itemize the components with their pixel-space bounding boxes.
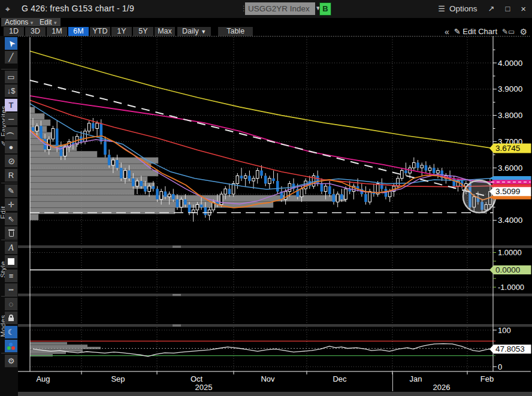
drawing-sidebar: ▼ ➤╱✎ Favorites▭↓$T─(●⊝REdit✎✛⇖StyleA≡┅M… (0, 36, 18, 396)
chart-toolbar: 1D3D1M6MYTD1Y5YMax Daily ▼ Table « ✎ Edi… (0, 27, 532, 36)
rsi-panel (30, 330, 493, 367)
annotate-icon[interactable]: ✎▭ (502, 28, 515, 36)
ellipse-icon: ● (9, 143, 14, 151)
tool-horizontal-line[interactable]: ─ (5, 113, 17, 125)
svg-text:Aug: Aug (36, 374, 50, 383)
rsi-value-badge: 47.8053 (489, 344, 531, 353)
range-button-1m[interactable]: 1M (47, 27, 67, 36)
select-plus-icon: ⇖ (8, 215, 14, 223)
popout-icon[interactable]: ↗ (488, 4, 494, 13)
price-note-icon: ↓$ (7, 87, 16, 95)
tool-select-plus[interactable]: ⇖ (5, 213, 17, 225)
tool-line-width[interactable]: ≡ (5, 270, 17, 282)
chart-settings-gear-icon[interactable]: ⚙ (519, 27, 527, 37)
move-icon: ✛ (8, 201, 14, 208)
svg-text:Sep: Sep (111, 374, 125, 383)
horizontal-line-icon: ─ (8, 115, 14, 123)
range-button-1d[interactable]: 1D (4, 27, 24, 36)
tool-pointer[interactable]: ➤ (5, 37, 17, 50)
svg-text:3.9000: 3.9000 (498, 84, 522, 93)
arc-icon: ( (7, 132, 15, 134)
panel-separator[interactable] (18, 246, 532, 249)
window-title: G 426: fresh G153 chart - 1/9 (22, 4, 134, 13)
svg-text:3.6745: 3.6745 (495, 144, 520, 153)
tool-trend-line[interactable]: ╱ (5, 51, 17, 64)
svg-text:1.0000: 1.0000 (498, 248, 522, 257)
font-icon: A (8, 244, 14, 252)
sidebar-section-divider (1, 353, 17, 353)
close-icon[interactable]: × (521, 4, 526, 14)
volume-profile (30, 107, 346, 220)
range-button-ytd[interactable]: YTD (90, 27, 110, 36)
tool-line-style[interactable]: ┅ (5, 283, 17, 296)
tool-draw-pencil[interactable]: ✎ (5, 185, 17, 197)
tool-text[interactable]: T (5, 99, 17, 111)
collapse-icon[interactable]: « (445, 27, 449, 37)
tool-segment[interactable]: ⊝ (5, 155, 17, 167)
tool-settings[interactable]: ⚙ (5, 355, 17, 367)
tool-lock[interactable] (5, 312, 17, 324)
sidebar-section-divider (1, 296, 17, 297)
svg-text:47.8053: 47.8053 (495, 344, 525, 353)
svg-text:2025: 2025 (195, 383, 213, 392)
panel-separator[interactable] (18, 324, 532, 327)
svg-text:Dec: Dec (332, 374, 347, 383)
svg-text:3.4000: 3.4000 (498, 216, 522, 225)
security-input[interactable]: USGG2YR Index (245, 2, 315, 15)
pointer-icon: ➤ (5, 38, 16, 49)
tool-price-note[interactable]: ↓$ (5, 84, 17, 97)
tool-delete[interactable] (5, 226, 17, 239)
maximize-icon[interactable]: □ (505, 4, 510, 13)
edit-menu[interactable]: Edit ▾ (36, 18, 61, 26)
range-button-6m[interactable]: 6M (68, 27, 89, 36)
tool-regression[interactable]: R (5, 169, 17, 182)
rsi-volume-profile (30, 342, 101, 356)
magenta-ma-badge (489, 180, 531, 184)
trend-line-icon: ╱ (9, 53, 14, 61)
tool-lasso[interactable]: ◌ (5, 298, 17, 310)
draw-pencil-icon: ✎ (8, 187, 14, 195)
chart-canvas[interactable]: 4.00003.90003.80003.70003.60003.50003.40… (0, 0, 532, 396)
tool-fill-color[interactable] (5, 255, 17, 268)
svg-text:100: 100 (498, 326, 511, 335)
options-button[interactable]: ☰ Options (438, 4, 477, 13)
oscillator-value-badge: 0.0000 (489, 265, 531, 274)
range-button-3d[interactable]: 3D (25, 27, 46, 36)
svg-text:3.6000: 3.6000 (498, 164, 522, 173)
actions-menu[interactable]: Actions ▾ (1, 18, 37, 26)
settings-icon: ⚙ (8, 357, 15, 365)
ma-long-yellow (30, 51, 493, 148)
svg-text:0.0000: 0.0000 (495, 265, 520, 274)
highlight-circle-annotation[interactable] (463, 180, 495, 213)
range-button-max[interactable]: Max (155, 27, 175, 36)
edit-chart-button[interactable]: ✎ Edit Chart (454, 27, 497, 36)
tool-crescent[interactable]: ☾ (5, 326, 17, 338)
sidebar-section-divider (1, 183, 17, 183)
tool-rgb-mode[interactable] (5, 340, 17, 352)
menu-bar: Actions ▾ Edit ▾ (0, 18, 532, 26)
last-price-badge: 3.5099 (489, 187, 531, 196)
range-button-1y[interactable]: 1Y (111, 27, 132, 36)
svg-text:Nov: Nov (261, 374, 275, 383)
line-style-icon: ┅ (9, 286, 14, 294)
sidebar-section-divider (1, 69, 17, 69)
blue-ma-badge (489, 176, 531, 180)
period-select[interactable]: Daily ▼ (177, 27, 211, 36)
panel-compass-icon[interactable]: ⌖ (5, 4, 10, 14)
fill-swatch-icon (8, 258, 14, 265)
tool-move[interactable]: ✛ (5, 198, 17, 211)
oscillator-panel (30, 253, 493, 288)
range-button-5y[interactable]: 5Y (133, 27, 153, 36)
tool-rectangle[interactable]: ▭ (5, 71, 17, 83)
svg-text:Oct: Oct (191, 374, 203, 383)
hamburger-icon: ☰ (438, 4, 445, 13)
tool-font[interactable]: A (5, 241, 17, 254)
tool-arc[interactable]: ( (5, 127, 17, 140)
lasso-icon: ◌ (9, 300, 14, 308)
panel-separator[interactable] (18, 294, 532, 297)
tool-ellipse[interactable]: ● (5, 141, 17, 153)
svg-text:0: 0 (498, 362, 502, 371)
svg-text:2026: 2026 (433, 383, 451, 392)
source-badge[interactable]: B (319, 2, 331, 16)
table-button[interactable]: Table (218, 27, 253, 36)
